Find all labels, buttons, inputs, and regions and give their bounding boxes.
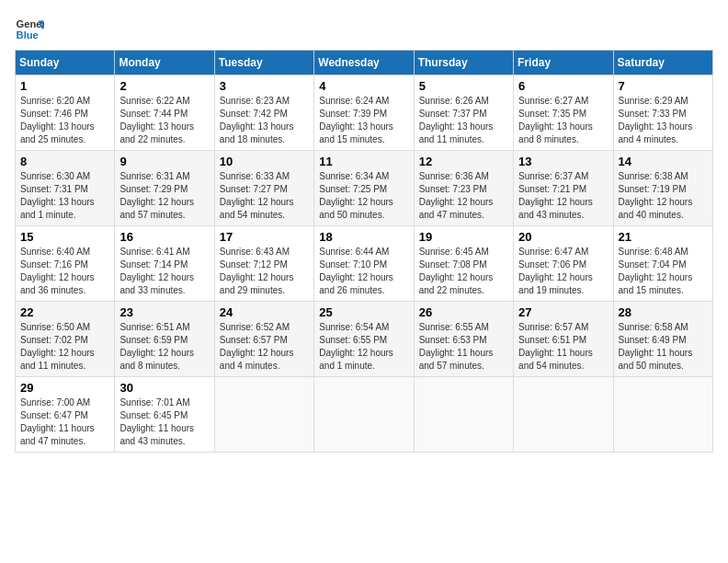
day-number: 23	[119, 305, 209, 319]
day-number: 30	[119, 381, 209, 395]
calendar-week-2: 8Sunrise: 6:30 AM Sunset: 7:31 PM Daylig…	[16, 151, 713, 226]
day-number: 9	[119, 155, 209, 168]
calendar-cell-13: 13Sunrise: 6:37 AM Sunset: 7:21 PM Dayli…	[514, 151, 613, 226]
day-detail: Sunrise: 6:33 AM Sunset: 7:27 PM Dayligh…	[220, 170, 309, 222]
day-detail: Sunrise: 6:26 AM Sunset: 7:37 PM Dayligh…	[419, 95, 508, 146]
day-detail: Sunrise: 6:45 AM Sunset: 7:08 PM Dayligh…	[419, 246, 508, 297]
calendar-cell-21: 21Sunrise: 6:48 AM Sunset: 7:04 PM Dayli…	[613, 226, 712, 302]
calendar-cell-5: 5Sunrise: 6:26 AM Sunset: 7:37 PM Daylig…	[414, 75, 513, 151]
day-detail: Sunrise: 6:31 AM Sunset: 7:29 PM Dayligh…	[119, 170, 209, 222]
day-detail: Sunrise: 7:00 AM Sunset: 6:47 PM Dayligh…	[20, 396, 109, 448]
weekday-header-monday: Monday	[115, 51, 214, 75]
day-detail: Sunrise: 6:22 AM Sunset: 7:44 PM Dayligh…	[119, 95, 209, 146]
day-detail: Sunrise: 6:47 AM Sunset: 7:06 PM Dayligh…	[518, 246, 608, 297]
calendar-cell-6: 6Sunrise: 6:27 AM Sunset: 7:35 PM Daylig…	[514, 75, 613, 151]
day-detail: Sunrise: 6:20 AM Sunset: 7:46 PM Dayligh…	[20, 95, 109, 146]
day-number: 15	[20, 230, 109, 244]
calendar-cell-12: 12Sunrise: 6:36 AM Sunset: 7:23 PM Dayli…	[414, 151, 513, 226]
calendar-cell-11: 11Sunrise: 6:34 AM Sunset: 7:25 PM Dayli…	[314, 151, 414, 226]
calendar-cell-4: 4Sunrise: 6:24 AM Sunset: 7:39 PM Daylig…	[314, 75, 414, 151]
day-detail: Sunrise: 6:27 AM Sunset: 7:35 PM Dayligh…	[518, 95, 608, 146]
day-number: 29	[20, 381, 109, 395]
calendar-cell-1: 1Sunrise: 6:20 AM Sunset: 7:46 PM Daylig…	[16, 75, 115, 151]
day-number: 24	[220, 305, 309, 319]
day-number: 2	[119, 79, 209, 93]
day-detail: Sunrise: 6:55 AM Sunset: 6:53 PM Dayligh…	[419, 321, 508, 373]
day-detail: Sunrise: 6:51 AM Sunset: 6:59 PM Dayligh…	[119, 321, 209, 373]
day-detail: Sunrise: 6:41 AM Sunset: 7:14 PM Dayligh…	[119, 246, 209, 297]
day-number: 26	[419, 305, 508, 319]
calendar-cell-9: 9Sunrise: 6:31 AM Sunset: 7:29 PM Daylig…	[115, 151, 214, 226]
calendar-cell-2: 2Sunrise: 6:22 AM Sunset: 7:44 PM Daylig…	[115, 75, 214, 151]
calendar-cell-empty	[314, 377, 414, 453]
day-detail: Sunrise: 6:44 AM Sunset: 7:10 PM Dayligh…	[319, 246, 408, 297]
logo-icon: General Blue	[15, 15, 44, 44]
day-detail: Sunrise: 6:48 AM Sunset: 7:04 PM Dayligh…	[619, 246, 708, 297]
calendar-cell-14: 14Sunrise: 6:38 AM Sunset: 7:19 PM Dayli…	[613, 151, 712, 226]
day-detail: Sunrise: 6:43 AM Sunset: 7:12 PM Dayligh…	[220, 246, 309, 297]
day-number: 7	[619, 79, 708, 93]
day-detail: Sunrise: 6:58 AM Sunset: 6:49 PM Dayligh…	[619, 321, 708, 373]
weekday-header-row: SundayMondayTuesdayWednesdayThursdayFrid…	[16, 51, 713, 75]
day-detail: Sunrise: 6:52 AM Sunset: 6:57 PM Dayligh…	[220, 321, 309, 373]
weekday-header-thursday: Thursday	[414, 51, 513, 75]
weekday-header-tuesday: Tuesday	[214, 51, 313, 75]
calendar-cell-3: 3Sunrise: 6:23 AM Sunset: 7:42 PM Daylig…	[214, 75, 313, 151]
day-number: 11	[319, 155, 408, 168]
calendar-cell-26: 26Sunrise: 6:55 AM Sunset: 6:53 PM Dayli…	[414, 302, 513, 377]
weekday-header-saturday: Saturday	[613, 51, 712, 75]
day-number: 12	[419, 155, 508, 168]
day-number: 17	[220, 230, 309, 244]
day-number: 5	[419, 79, 508, 93]
day-number: 10	[220, 155, 309, 168]
day-detail: Sunrise: 6:29 AM Sunset: 7:33 PM Dayligh…	[619, 95, 708, 146]
calendar-cell-30: 30Sunrise: 7:01 AM Sunset: 6:45 PM Dayli…	[115, 377, 214, 453]
day-detail: Sunrise: 6:57 AM Sunset: 6:51 PM Dayligh…	[518, 321, 608, 373]
calendar-cell-18: 18Sunrise: 6:44 AM Sunset: 7:10 PM Dayli…	[314, 226, 414, 302]
day-detail: Sunrise: 6:38 AM Sunset: 7:19 PM Dayligh…	[619, 170, 708, 222]
calendar-cell-17: 17Sunrise: 6:43 AM Sunset: 7:12 PM Dayli…	[214, 226, 313, 302]
weekday-header-sunday: Sunday	[16, 51, 115, 75]
calendar-cell-22: 22Sunrise: 6:50 AM Sunset: 7:02 PM Dayli…	[16, 302, 115, 377]
day-detail: Sunrise: 7:01 AM Sunset: 6:45 PM Dayligh…	[119, 396, 209, 448]
calendar-cell-24: 24Sunrise: 6:52 AM Sunset: 6:57 PM Dayli…	[214, 302, 313, 377]
day-detail: Sunrise: 6:40 AM Sunset: 7:16 PM Dayligh…	[20, 246, 109, 297]
weekday-header-friday: Friday	[514, 51, 613, 75]
svg-text:Blue: Blue	[17, 29, 39, 40]
calendar-table: SundayMondayTuesdayWednesdayThursdayFrid…	[15, 50, 713, 453]
day-number: 1	[20, 79, 109, 93]
day-number: 16	[119, 230, 209, 244]
day-detail: Sunrise: 6:37 AM Sunset: 7:21 PM Dayligh…	[518, 170, 608, 222]
day-detail: Sunrise: 6:50 AM Sunset: 7:02 PM Dayligh…	[20, 321, 109, 373]
day-detail: Sunrise: 6:54 AM Sunset: 6:55 PM Dayligh…	[319, 321, 408, 373]
day-number: 19	[419, 230, 508, 244]
day-number: 20	[518, 230, 608, 244]
svg-text:General: General	[17, 18, 44, 29]
calendar-week-5: 29Sunrise: 7:00 AM Sunset: 6:47 PM Dayli…	[16, 377, 713, 453]
calendar-cell-27: 27Sunrise: 6:57 AM Sunset: 6:51 PM Dayli…	[514, 302, 613, 377]
calendar-cell-empty	[613, 377, 712, 453]
day-number: 13	[518, 155, 608, 168]
calendar-week-1: 1Sunrise: 6:20 AM Sunset: 7:46 PM Daylig…	[16, 75, 713, 151]
weekday-header-wednesday: Wednesday	[314, 51, 414, 75]
day-detail: Sunrise: 6:24 AM Sunset: 7:39 PM Dayligh…	[319, 95, 408, 146]
day-number: 27	[518, 305, 608, 319]
day-number: 14	[619, 155, 708, 168]
day-number: 18	[319, 230, 408, 244]
logo: General Blue	[15, 15, 48, 44]
day-number: 6	[518, 79, 608, 93]
calendar-week-3: 15Sunrise: 6:40 AM Sunset: 7:16 PM Dayli…	[16, 226, 713, 302]
calendar-cell-28: 28Sunrise: 6:58 AM Sunset: 6:49 PM Dayli…	[613, 302, 712, 377]
calendar-cell-7: 7Sunrise: 6:29 AM Sunset: 7:33 PM Daylig…	[613, 75, 712, 151]
day-number: 4	[319, 79, 408, 93]
day-number: 3	[220, 79, 309, 93]
calendar-cell-29: 29Sunrise: 7:00 AM Sunset: 6:47 PM Dayli…	[16, 377, 115, 453]
day-detail: Sunrise: 6:23 AM Sunset: 7:42 PM Dayligh…	[220, 95, 309, 146]
calendar-cell-8: 8Sunrise: 6:30 AM Sunset: 7:31 PM Daylig…	[16, 151, 115, 226]
calendar-cell-empty	[414, 377, 513, 453]
day-number: 25	[319, 305, 408, 319]
calendar-cell-10: 10Sunrise: 6:33 AM Sunset: 7:27 PM Dayli…	[214, 151, 313, 226]
day-number: 22	[20, 305, 109, 319]
day-number: 28	[619, 305, 708, 319]
calendar-cell-20: 20Sunrise: 6:47 AM Sunset: 7:06 PM Dayli…	[514, 226, 613, 302]
